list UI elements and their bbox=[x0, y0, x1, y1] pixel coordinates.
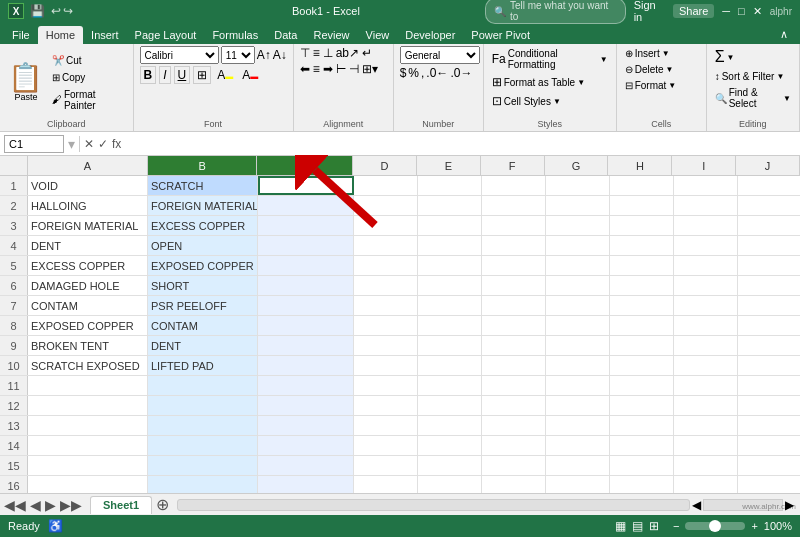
cell-c[interactable] bbox=[258, 376, 354, 395]
cell-h[interactable] bbox=[610, 456, 674, 475]
insert-function-button[interactable]: fx bbox=[112, 137, 121, 151]
cell-h[interactable] bbox=[610, 176, 674, 195]
cell-d[interactable] bbox=[354, 476, 418, 493]
cell-j[interactable] bbox=[738, 176, 800, 195]
wrap-text-button[interactable]: ↵ bbox=[362, 46, 372, 60]
col-header-f[interactable]: F bbox=[481, 156, 545, 175]
cell-g[interactable] bbox=[546, 456, 610, 475]
cell-f[interactable] bbox=[482, 236, 546, 255]
cell-g[interactable] bbox=[546, 296, 610, 315]
cell-f[interactable] bbox=[482, 476, 546, 493]
font-size-select[interactable]: 11 bbox=[221, 46, 255, 64]
cell-j[interactable] bbox=[738, 276, 800, 295]
cell-i[interactable] bbox=[674, 416, 738, 435]
cell-b[interactable] bbox=[148, 456, 258, 475]
cell-c[interactable] bbox=[258, 196, 354, 215]
cell-c[interactable] bbox=[258, 316, 354, 335]
cell-j[interactable] bbox=[738, 316, 800, 335]
align-top-button[interactable]: ⊤ bbox=[300, 46, 310, 60]
cell-c[interactable] bbox=[258, 456, 354, 475]
cell-i[interactable] bbox=[674, 256, 738, 275]
sort-dropdown-icon[interactable]: ▼ bbox=[776, 72, 784, 81]
cell-j[interactable] bbox=[738, 416, 800, 435]
row-number[interactable]: 10 bbox=[0, 356, 28, 375]
cell-d[interactable] bbox=[354, 276, 418, 295]
bold-button[interactable]: B bbox=[140, 66, 157, 84]
col-header-c[interactable]: C bbox=[257, 156, 353, 175]
cell-e[interactable] bbox=[418, 316, 482, 335]
cell-b[interactable] bbox=[148, 476, 258, 493]
zoom-minus-button[interactable]: − bbox=[673, 520, 679, 532]
row-number[interactable]: 12 bbox=[0, 396, 28, 415]
col-header-h[interactable]: H bbox=[608, 156, 672, 175]
cell-f[interactable] bbox=[482, 376, 546, 395]
cell-h[interactable] bbox=[610, 396, 674, 415]
cell-b[interactable]: SHORT bbox=[148, 276, 258, 295]
row-number[interactable]: 1 bbox=[0, 176, 28, 195]
cell-c[interactable] bbox=[258, 296, 354, 315]
align-right-button[interactable]: ➡ bbox=[323, 62, 333, 76]
cell-f[interactable] bbox=[482, 316, 546, 335]
cell-i[interactable] bbox=[674, 276, 738, 295]
cell-h[interactable] bbox=[610, 356, 674, 375]
row-number[interactable]: 15 bbox=[0, 456, 28, 475]
tab-insert[interactable]: Insert bbox=[83, 26, 127, 44]
cell-i[interactable] bbox=[674, 456, 738, 475]
comma-button[interactable]: , bbox=[421, 66, 424, 80]
cell-b[interactable]: CONTAM bbox=[148, 316, 258, 335]
cell-a[interactable]: CONTAM bbox=[28, 296, 148, 315]
col-header-g[interactable]: G bbox=[545, 156, 609, 175]
cell-c[interactable] bbox=[258, 396, 354, 415]
italic-button[interactable]: I bbox=[159, 66, 170, 84]
cell-g[interactable] bbox=[546, 216, 610, 235]
cell-h[interactable] bbox=[610, 256, 674, 275]
font-color-button[interactable]: A▬ bbox=[239, 67, 261, 83]
tab-home[interactable]: Home bbox=[38, 26, 83, 44]
undo-icon[interactable]: ↩ bbox=[51, 4, 61, 18]
close-button[interactable]: ✕ bbox=[753, 5, 762, 18]
h-scroll-track[interactable] bbox=[703, 499, 783, 511]
cell-j[interactable] bbox=[738, 196, 800, 215]
tell-me-search[interactable]: 🔍 Tell me what you want to bbox=[485, 0, 626, 24]
row-number[interactable]: 4 bbox=[0, 236, 28, 255]
cell-c[interactable] bbox=[258, 236, 354, 255]
font-family-select[interactable]: Calibri bbox=[140, 46, 219, 64]
confirm-formula-button[interactable]: ✓ bbox=[98, 137, 108, 151]
cell-h[interactable] bbox=[610, 196, 674, 215]
cell-e[interactable] bbox=[418, 336, 482, 355]
cell-b[interactable]: EXPOSED COPPER bbox=[148, 256, 258, 275]
maximize-button[interactable]: □ bbox=[738, 5, 745, 17]
tab-power-pivot[interactable]: Power Pivot bbox=[463, 26, 538, 44]
cell-d[interactable] bbox=[354, 296, 418, 315]
increase-decimal-button[interactable]: .0→ bbox=[450, 66, 472, 80]
status-accessibility-icon[interactable]: ♿ bbox=[48, 519, 63, 533]
cell-i[interactable] bbox=[674, 376, 738, 395]
cell-g[interactable] bbox=[546, 476, 610, 493]
cell-i[interactable] bbox=[674, 196, 738, 215]
increase-indent-button[interactable]: ⊣ bbox=[349, 62, 359, 76]
cell-e[interactable] bbox=[418, 436, 482, 455]
tab-file[interactable]: File bbox=[4, 26, 38, 44]
cell-j[interactable] bbox=[738, 256, 800, 275]
cell-f[interactable] bbox=[482, 276, 546, 295]
row-number[interactable]: 5 bbox=[0, 256, 28, 275]
cell-d[interactable] bbox=[354, 436, 418, 455]
find-dropdown-icon[interactable]: ▼ bbox=[783, 94, 791, 103]
font-size-decrease-button[interactable]: A↓ bbox=[273, 48, 287, 62]
row-number[interactable]: 3 bbox=[0, 216, 28, 235]
cell-e[interactable] bbox=[418, 396, 482, 415]
cell-j[interactable] bbox=[738, 236, 800, 255]
cell-j[interactable] bbox=[738, 396, 800, 415]
delete-dropdown-icon[interactable]: ▼ bbox=[666, 65, 674, 74]
cell-a[interactable]: EXPOSED COPPER bbox=[28, 316, 148, 335]
cell-a[interactable] bbox=[28, 436, 148, 455]
underline-button[interactable]: U bbox=[174, 66, 191, 84]
col-header-b[interactable]: B bbox=[148, 156, 258, 175]
cell-a[interactable]: FOREIGN MATERIAL bbox=[28, 216, 148, 235]
sheet-nav-left-button[interactable]: ◀◀ bbox=[4, 497, 26, 513]
cell-g[interactable] bbox=[546, 176, 610, 195]
horizontal-scrollbar[interactable] bbox=[177, 499, 690, 511]
cell-c[interactable] bbox=[258, 416, 354, 435]
cell-c[interactable] bbox=[258, 256, 354, 275]
cell-f[interactable] bbox=[482, 416, 546, 435]
